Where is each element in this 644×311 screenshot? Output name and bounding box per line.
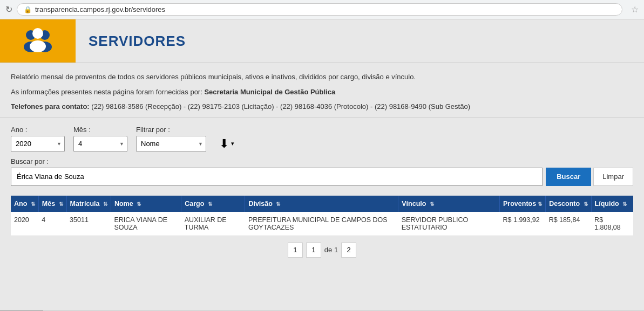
search-input[interactable] bbox=[11, 168, 543, 186]
page-header: SERVIDORES bbox=[0, 19, 644, 63]
page: SERVIDORES Relatório mensal de proventos… bbox=[0, 19, 644, 310]
filter-row: Ano : 2018 2019 2020 2021 Mês : 123 456 bbox=[11, 126, 633, 152]
download-icon: ⬇ bbox=[219, 137, 229, 151]
chevron-down-icon: ▾ bbox=[231, 140, 234, 147]
filtrar-select[interactable]: Nome Matrícula Cargo Divisão Vínculo bbox=[136, 136, 206, 152]
download-button[interactable]: ⬇ ▾ bbox=[217, 136, 236, 152]
page-first-button[interactable]: 1 bbox=[288, 243, 303, 258]
reload-button[interactable]: ↻ bbox=[5, 4, 12, 15]
col-proventos[interactable]: Proventos⇅ bbox=[500, 196, 546, 212]
sort-icon: ⇅ bbox=[31, 201, 35, 207]
cell-liquido: R$ 1.808,08 bbox=[591, 212, 633, 236]
info-phone-label: Telefones para contato: bbox=[11, 102, 91, 110]
cell-nome: ERICA VIANA DE SOUZA bbox=[111, 212, 181, 236]
sort-icon: ⇅ bbox=[103, 201, 107, 207]
limpar-button[interactable]: Limpar bbox=[593, 168, 633, 186]
filtrar-select-wrapper: Nome Matrícula Cargo Divisão Vínculo bbox=[136, 136, 206, 152]
ano-select-wrapper: 2018 2019 2020 2021 bbox=[11, 136, 65, 152]
col-vinculo[interactable]: Vínculo ⇅ bbox=[398, 196, 500, 212]
search-input-wrap bbox=[11, 168, 543, 186]
browser-bar: ↻ 🔒 transparencia.campos.rj.gov.br/servi… bbox=[0, 0, 644, 19]
mes-label: Mês : bbox=[73, 126, 127, 134]
lock-icon: 🔒 bbox=[24, 6, 32, 13]
info-phone-value: (22) 98168-3586 (Recepção) - (22) 98175-… bbox=[91, 102, 470, 110]
col-matricula[interactable]: Matrícula ⇅ bbox=[66, 196, 111, 212]
info-line2-bold: Secretaria Municipal de Gestão Pública bbox=[204, 88, 335, 96]
page-de-label: de 1 bbox=[324, 246, 338, 254]
sort-icon: ⇅ bbox=[584, 201, 588, 207]
cell-matricula: 35011 bbox=[66, 212, 111, 236]
page-current-button[interactable]: 1 bbox=[306, 243, 321, 258]
col-nome[interactable]: Nome ⇅ bbox=[111, 196, 181, 212]
sort-icon: ⇅ bbox=[59, 201, 63, 207]
info-section: Relatório mensal de proventos de todos o… bbox=[0, 63, 644, 118]
pagination: 1 1 de 1 2 bbox=[0, 236, 644, 263]
people-icon bbox=[19, 26, 57, 56]
bookmark-icon[interactable]: ☆ bbox=[631, 4, 639, 15]
table-row: 2020435011ERICA VIANA DE SOUZAAUXILIAR D… bbox=[11, 212, 633, 236]
sort-icon: ⇅ bbox=[430, 201, 434, 207]
page-title: SERVIDORES bbox=[76, 33, 186, 50]
cell-desconto: R$ 185,84 bbox=[546, 212, 591, 236]
mes-group: Mês : 123 456 789 101112 bbox=[73, 126, 127, 152]
col-cargo[interactable]: Cargo ⇅ bbox=[181, 196, 245, 212]
sort-icon: ⇅ bbox=[276, 201, 280, 207]
table-section: Ano ⇅ Mês ⇅ Matrícula ⇅ Nome ⇅ Cargo ⇅ D… bbox=[0, 190, 644, 236]
info-line2: As informações presentes nesta página fo… bbox=[11, 87, 633, 98]
sort-icon: ⇅ bbox=[622, 201, 627, 207]
sort-icon: ⇅ bbox=[137, 201, 141, 207]
filtrar-label: Filtrar por : bbox=[136, 126, 206, 134]
search-row: Buscar Limpar bbox=[11, 168, 633, 186]
col-mes[interactable]: Mês ⇅ bbox=[38, 196, 66, 212]
cell-vinculo: SERVIDOR PUBLICO ESTATUTARIO bbox=[398, 212, 500, 236]
filter-section: Ano : 2018 2019 2020 2021 Mês : 123 456 bbox=[0, 118, 644, 190]
col-liquido[interactable]: Líquido ⇅ bbox=[591, 196, 633, 212]
svg-point-4 bbox=[32, 28, 43, 39]
col-ano[interactable]: Ano ⇅ bbox=[11, 196, 38, 212]
cell-cargo: AUXILIAR DE TURMA bbox=[181, 212, 245, 236]
ano-group: Ano : 2018 2019 2020 2021 bbox=[11, 126, 65, 152]
col-desconto[interactable]: Desconto ⇅ bbox=[546, 196, 591, 212]
col-divisao[interactable]: Divisão ⇅ bbox=[245, 196, 398, 212]
cell-mes: 4 bbox=[38, 212, 66, 236]
results-table: Ano ⇅ Mês ⇅ Matrícula ⇅ Nome ⇅ Cargo ⇅ D… bbox=[11, 196, 633, 236]
sort-icon: ⇅ bbox=[538, 201, 542, 207]
svg-point-5 bbox=[30, 40, 46, 52]
cell-divisao: PREFEITURA MUNICIPAL DE CAMPOS DOS GOYTA… bbox=[245, 212, 398, 236]
page-total-button[interactable]: 2 bbox=[341, 243, 356, 258]
cell-proventos: R$ 1.993,92 bbox=[500, 212, 546, 236]
cell-ano: 2020 bbox=[11, 212, 38, 236]
info-line1: Relatório mensal de proventos de todos o… bbox=[11, 72, 633, 82]
buscar-button[interactable]: Buscar bbox=[546, 168, 591, 186]
mes-select[interactable]: 123 456 789 101112 bbox=[73, 136, 127, 152]
address-bar[interactable]: 🔒 transparencia.campos.rj.gov.br/servido… bbox=[17, 3, 622, 16]
ano-label: Ano : bbox=[11, 126, 65, 134]
info-line3: Telefones para contato: (22) 98168-3586 … bbox=[11, 101, 633, 112]
search-section: Buscar por : Buscar Limpar bbox=[11, 157, 633, 186]
header-icon-box bbox=[0, 19, 76, 63]
ano-select[interactable]: 2018 2019 2020 2021 bbox=[11, 136, 65, 152]
search-label: Buscar por : bbox=[11, 157, 633, 165]
mes-select-wrapper: 123 456 789 101112 bbox=[73, 136, 127, 152]
info-line2-prefix: As informações presentes nesta página fo… bbox=[11, 88, 204, 96]
sort-icon: ⇅ bbox=[208, 201, 212, 207]
url-text: transparencia.campos.rj.gov.br/servidore… bbox=[35, 5, 165, 13]
filtrar-group: Filtrar por : Nome Matrícula Cargo Divis… bbox=[136, 126, 206, 152]
